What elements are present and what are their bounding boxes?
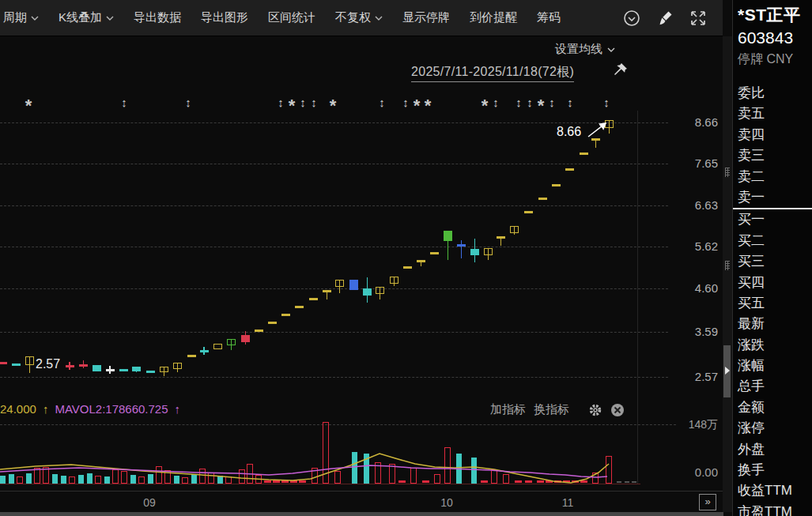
- clock-circle-icon[interactable]: [623, 9, 640, 27]
- fullscreen-icon[interactable]: [689, 9, 707, 27]
- switch-indicator-button[interactable]: 换指标: [534, 402, 569, 417]
- volume-bar: [546, 480, 553, 483]
- chevron-down-icon: [106, 16, 114, 21]
- quote-row-8[interactable]: 买三: [733, 251, 812, 272]
- volume-bar: [323, 422, 329, 484]
- quote-row-14[interactable]: 总手: [733, 376, 812, 397]
- event-marker-icon: ↕: [308, 96, 319, 109]
- quote-row-4[interactable]: 卖二: [733, 167, 812, 187]
- quote-row-12[interactable]: 涨跌: [733, 335, 812, 356]
- toolbar-item-8[interactable]: 筹码: [537, 10, 561, 25]
- toolbar-item-2[interactable]: 导出数据: [134, 10, 181, 25]
- volume-baseline: [0, 484, 640, 484]
- volume-axis-zero-label: 0.00: [664, 465, 718, 479]
- panel-splitter[interactable]: [723, 36, 732, 512]
- volume-bar: [247, 464, 253, 484]
- event-marker-icon: ↕: [183, 96, 194, 109]
- volume-bar: [61, 476, 66, 484]
- volume-bar: [398, 480, 406, 483]
- toolbar-item-6[interactable]: 显示停牌: [402, 10, 450, 25]
- toolbar-item-0[interactable]: 周期: [3, 10, 39, 25]
- price-gridline: [0, 332, 668, 333]
- price-axis-label: 2.57: [668, 370, 718, 383]
- toolbar-item-3[interactable]: 导出图形: [201, 10, 248, 25]
- brush-icon[interactable]: [656, 9, 674, 27]
- event-marker-icon: ↕: [275, 96, 286, 109]
- candle: [457, 244, 466, 247]
- stock-status: 停牌 CNY: [738, 51, 812, 68]
- stock-header: *ST正平 603843 停牌 CNY: [733, 0, 812, 68]
- quote-row-7[interactable]: 买二: [733, 231, 812, 251]
- event-marker-icon: ↕: [400, 96, 411, 109]
- quote-row-9[interactable]: 买四: [733, 273, 812, 293]
- volume-bar: [471, 458, 477, 484]
- toolbar-item-label: 导出图形: [201, 10, 248, 25]
- quote-sidebar: *ST正平 603843 停牌 CNY 委比卖五卖四卖三卖二卖一买一买二买三买四…: [732, 0, 812, 516]
- candle: [0, 362, 7, 364]
- volume-bar: [0, 476, 6, 484]
- quote-row-5[interactable]: 卖一: [733, 187, 812, 208]
- price-gridline: [0, 205, 668, 206]
- quote-row-20[interactable]: 市盈TTM: [733, 502, 812, 516]
- quote-row-11[interactable]: 最新: [733, 314, 812, 334]
- price-axis-label: 7.65: [668, 156, 718, 170]
- volume-bar: [281, 480, 289, 483]
- candle: [444, 231, 452, 241]
- volume-bar: [130, 475, 136, 484]
- quote-row-15[interactable]: 金额: [733, 397, 812, 418]
- volume-bar: [290, 480, 297, 483]
- candle: [132, 367, 141, 371]
- volume-bar: [273, 480, 280, 483]
- toolbar-item-label: K线叠加: [59, 10, 102, 25]
- toolbar-item-label: 显示停牌: [402, 10, 450, 25]
- volume-bar: [264, 480, 271, 483]
- date-range-link[interactable]: 2025/7/11-2025/11/18(72根): [411, 64, 574, 82]
- volume-bar: [444, 447, 451, 484]
- quote-row-19[interactable]: 收益TTM: [733, 480, 812, 501]
- quote-row-16[interactable]: 涨停: [733, 418, 812, 439]
- quote-row-17[interactable]: 外盘: [733, 439, 812, 460]
- event-marker-icon: *: [536, 96, 546, 116]
- toolbar-item-1[interactable]: K线叠加: [59, 10, 114, 25]
- splitter-grip[interactable]: [725, 261, 730, 270]
- volume-bar: [225, 476, 232, 484]
- quote-row-2[interactable]: 卖四: [733, 125, 812, 145]
- volume-bar: [422, 480, 429, 483]
- price-axis-label: 5.62: [668, 239, 718, 253]
- gear-icon[interactable]: [588, 403, 602, 417]
- quote-rows: 委比卖五卖四卖三卖二卖一买一买二买三买四买五最新涨跌涨幅总手金额涨停外盘换手收益…: [733, 83, 812, 516]
- volume-bar: [515, 480, 522, 483]
- quote-row-6[interactable]: 买一: [733, 209, 812, 230]
- ma-settings-label: 设置均线: [555, 42, 602, 57]
- volume-axis-max-label: 148万: [664, 418, 718, 432]
- toolbar-item-label: 到价提醒: [470, 10, 517, 25]
- volume-bar: [217, 476, 223, 484]
- candle: [213, 344, 222, 349]
- event-marker-icon: ↕: [546, 96, 557, 109]
- event-marker-icon: ↕: [376, 96, 387, 109]
- quote-row-1[interactable]: 卖五: [733, 104, 812, 124]
- quote-row-3[interactable]: 卖三: [733, 145, 812, 166]
- price-axis-label: 8.66: [668, 115, 718, 129]
- volume-bar: [580, 480, 587, 483]
- quote-row-0[interactable]: 委比: [733, 83, 812, 104]
- toolbar-item-7[interactable]: 到价提醒: [470, 10, 517, 25]
- quote-row-13[interactable]: 涨幅: [733, 356, 812, 376]
- pin-icon[interactable]: [612, 62, 628, 78]
- vertical-gridline: [637, 111, 638, 484]
- add-indicator-button[interactable]: 加指标: [490, 402, 526, 417]
- volume-bar: [503, 474, 509, 484]
- volume-bar: [34, 468, 40, 484]
- ma-settings-dropdown[interactable]: 设置均线: [555, 42, 615, 57]
- volume-bar: [208, 473, 214, 484]
- splitter-grip[interactable]: [725, 168, 730, 177]
- stock-code: 603843: [738, 28, 812, 47]
- expand-panel-button[interactable]: »: [699, 494, 716, 510]
- quote-row-10[interactable]: 买五: [733, 293, 812, 314]
- quote-row-18[interactable]: 换手: [733, 460, 812, 480]
- collapse-panel-handle[interactable]: [723, 345, 731, 397]
- close-indicator-icon[interactable]: [610, 403, 625, 417]
- toolbar-item-4[interactable]: 区间统计: [268, 10, 315, 25]
- volume-bar: [156, 466, 162, 484]
- toolbar-item-5[interactable]: 不复权: [335, 10, 383, 25]
